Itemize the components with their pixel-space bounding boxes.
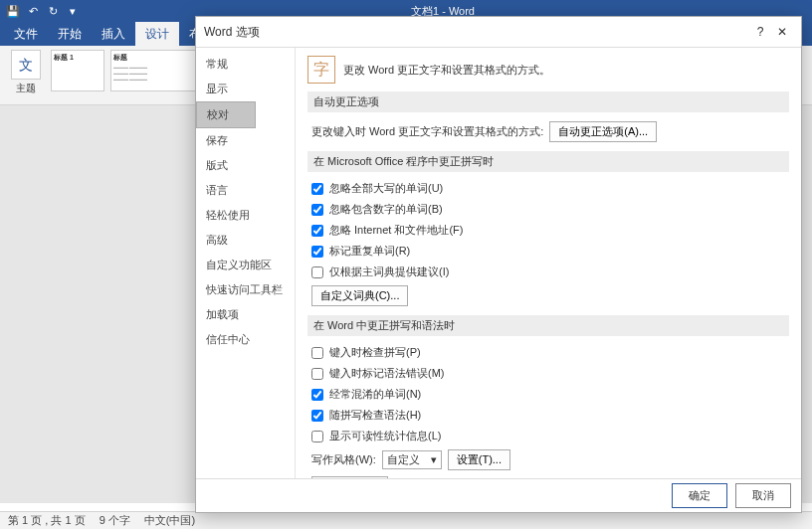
qat-dropdown-icon[interactable]: ▾ — [66, 5, 80, 18]
spell-checkbox-4[interactable] — [311, 266, 323, 278]
settings-button[interactable]: 设置(T)... — [448, 449, 510, 470]
section-spelling: 在 Microsoft Office 程序中更正拼写时 — [307, 151, 789, 172]
close-button[interactable]: ✕ — [771, 25, 793, 39]
nav-item-6[interactable]: 轻松使用 — [196, 203, 295, 228]
grammar-checkbox-1[interactable] — [311, 368, 323, 380]
nav-item-8[interactable]: 自定义功能区 — [196, 253, 295, 277]
grammar-label-0: 键入时检查拼写(P) — [329, 345, 421, 360]
dialog-footer: 确定 取消 — [196, 478, 801, 512]
word-options-dialog: Word 选项 ? ✕ 常规显示校对保存版式语言轻松使用高级自定义功能区快速访问… — [195, 16, 802, 513]
autocorrect-label: 更改键入时 Word 更正文字和设置其格式的方式: — [311, 124, 543, 139]
redo-icon[interactable]: ↻ — [46, 5, 60, 18]
save-icon[interactable]: 💾 — [6, 5, 20, 18]
spell-checkbox-1[interactable] — [311, 204, 323, 216]
help-button[interactable]: ? — [749, 25, 771, 39]
status-page[interactable]: 第 1 页 , 共 1 页 — [8, 513, 86, 528]
grammar-checkbox-0[interactable] — [311, 347, 323, 359]
spell-label-2: 忽略 Internet 和文件地址(F) — [329, 223, 463, 238]
grammar-label-2: 经常混淆的单词(N) — [329, 387, 421, 402]
status-language[interactable]: 中文(中国) — [144, 513, 195, 528]
dialog-titlebar: Word 选项 ? ✕ — [196, 17, 801, 47]
spell-checkbox-3[interactable] — [311, 246, 323, 258]
nav-item-7[interactable]: 高级 — [196, 228, 295, 253]
spell-checkbox-2[interactable] — [311, 225, 323, 237]
nav-item-5[interactable]: 语言 — [196, 178, 295, 203]
status-words[interactable]: 9 个字 — [100, 513, 130, 528]
theme-icon: 文 — [11, 50, 41, 80]
grammar-label-4: 显示可读性统计信息(L) — [329, 429, 441, 443]
spell-label-3: 标记重复单词(R) — [329, 244, 410, 259]
nav-item-9[interactable]: 快速访问工具栏 — [196, 277, 295, 302]
proofing-icon: 字 — [307, 56, 335, 84]
style-thumb-1[interactable]: 标题 1 — [51, 50, 104, 91]
dialog-pane: 字 更改 Word 更正文字和设置其格式的方式。 自动更正选项 更改键入时 Wo… — [296, 48, 801, 478]
theme-button[interactable]: 文 主题 — [6, 48, 46, 102]
grammar-checkbox-3[interactable] — [311, 410, 323, 422]
tab-insert[interactable]: 插入 — [92, 22, 135, 46]
cancel-button[interactable]: 取消 — [735, 483, 791, 508]
section-autocorrect: 自动更正选项 — [307, 91, 789, 112]
nav-item-11[interactable]: 信任中心 — [196, 327, 295, 352]
grammar-label-3: 随拼写检查语法(H) — [329, 408, 421, 423]
nav-item-1[interactable]: 显示 — [196, 77, 295, 101]
theme-label: 主题 — [6, 82, 46, 95]
grammar-checkbox-2[interactable] — [311, 389, 323, 401]
dialog-title: Word 选项 — [204, 24, 749, 41]
spell-label-0: 忽略全部大写的单词(U) — [329, 181, 443, 196]
section-grammar: 在 Word 中更正拼写和语法时 — [307, 315, 789, 336]
dialog-nav: 常规显示校对保存版式语言轻松使用高级自定义功能区快速访问工具栏加载项信任中心 — [196, 48, 296, 478]
undo-icon[interactable]: ↶ — [26, 5, 40, 18]
tab-design[interactable]: 设计 — [135, 22, 179, 46]
quick-access-toolbar: 💾 ↶ ↻ ▾ — [6, 5, 80, 18]
writing-style-select[interactable]: 自定义▾ — [382, 450, 442, 469]
tab-home[interactable]: 开始 — [48, 22, 92, 46]
chevron-down-icon: ▾ — [431, 453, 437, 466]
pane-description: 更改 Word 更正文字和设置其格式的方式。 — [343, 63, 550, 78]
writing-style-label: 写作风格(W): — [311, 452, 376, 467]
status-bar: 第 1 页 , 共 1 页 9 个字 中文(中国) — [0, 511, 812, 529]
nav-item-10[interactable]: 加载项 — [196, 302, 295, 327]
spell-label-4: 仅根据主词典提供建议(I) — [329, 264, 449, 279]
spell-label-1: 忽略包含数字的单词(B) — [329, 202, 443, 217]
grammar-checkbox-4[interactable] — [311, 431, 323, 442]
spell-checkbox-0[interactable] — [311, 183, 323, 195]
tab-file[interactable]: 文件 — [4, 22, 48, 46]
autocorrect-options-button[interactable]: 自动更正选项(A)... — [549, 121, 657, 142]
ok-button[interactable]: 确定 — [672, 483, 727, 508]
custom-dictionaries-button[interactable]: 自定义词典(C)... — [311, 285, 408, 306]
nav-item-3[interactable]: 保存 — [196, 128, 295, 153]
nav-item-2[interactable]: 校对 — [196, 101, 256, 128]
nav-item-0[interactable]: 常规 — [196, 52, 295, 77]
grammar-label-1: 键入时标记语法错误(M) — [329, 366, 445, 381]
nav-item-4[interactable]: 版式 — [196, 153, 295, 178]
